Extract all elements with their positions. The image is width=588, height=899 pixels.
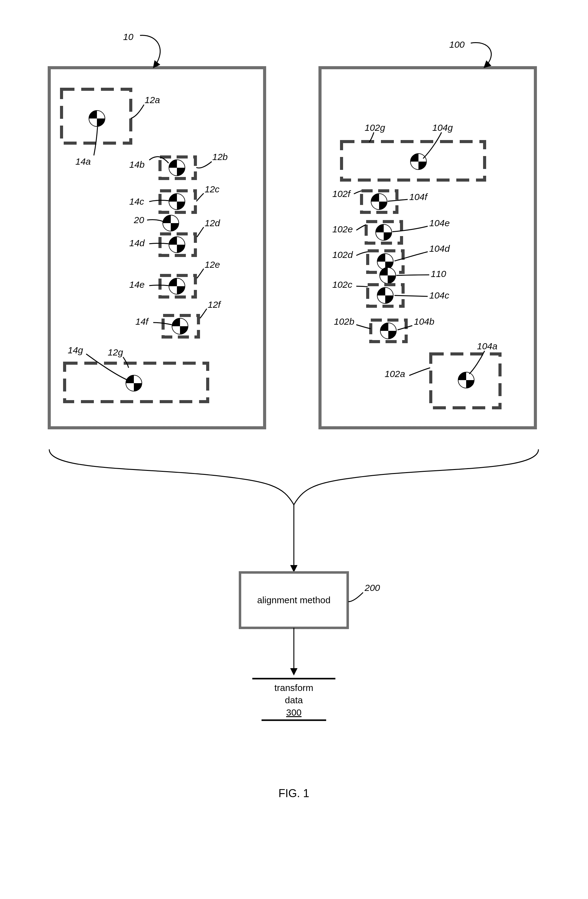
label-104b: 104b [414, 317, 434, 326]
mark-14f-icon [172, 318, 188, 334]
box-12e: 12e 14e [129, 260, 220, 297]
mark-110-icon [380, 267, 396, 283]
label-102e: 102e [332, 224, 353, 234]
label-14c: 14c [129, 196, 144, 207]
mark-104f-icon [371, 194, 387, 210]
mark-14b-icon [169, 160, 185, 176]
label-102c: 102c [332, 280, 352, 290]
mark-104e-icon [376, 224, 392, 240]
mark-104c-icon [377, 287, 393, 303]
box-12f: 12f 14f [135, 300, 221, 337]
label-12f: 12f [208, 300, 221, 310]
label-104d: 104d [429, 243, 450, 253]
label-14b: 14b [129, 159, 145, 170]
process-box-label: alignment method [257, 595, 330, 605]
box-102c: 102c 104c [332, 280, 449, 306]
mark-104b-icon [380, 323, 396, 339]
mark-14e-icon [169, 278, 185, 294]
box-12c: 12c 14c [129, 184, 219, 212]
box-12g: 12g 14g [65, 345, 208, 402]
figure-1: 10 12a 14a 12b 14b 12c [0, 0, 588, 899]
box-102e: 102e 104e [332, 218, 450, 243]
mark-110: 110 [380, 267, 446, 283]
mark-14g-icon [126, 375, 142, 391]
box-12b: 12b 14b [129, 152, 228, 179]
label-14f: 14f [135, 317, 149, 326]
label-14a: 14a [76, 156, 91, 167]
box-102a: 102a 104a [384, 341, 500, 408]
label-102g: 102g [364, 122, 385, 133]
label-12e: 12e [205, 260, 220, 270]
label-104g: 104g [432, 122, 453, 133]
ref-10: 10 [123, 32, 134, 42]
output-ref: 300 [286, 707, 301, 717]
figure-label: FIG. 1 [278, 787, 309, 800]
ref-100: 100 [449, 39, 465, 49]
label-102a: 102a [384, 369, 405, 379]
label-104f: 104f [409, 192, 428, 202]
label-110: 110 [431, 269, 446, 279]
label-14g: 14g [68, 345, 83, 355]
mark-20-icon [163, 215, 179, 231]
label-12d: 12d [205, 218, 220, 228]
svg-rect-12 [320, 68, 536, 428]
label-12b: 12b [212, 152, 228, 162]
label-14d: 14d [129, 238, 145, 248]
label-104a: 104a [477, 341, 497, 351]
label-102f: 102f [332, 188, 351, 199]
label-14e: 14e [129, 280, 145, 290]
label-102d: 102d [332, 250, 353, 260]
output-label-1: transform [275, 683, 313, 693]
mark-14d-icon [169, 237, 185, 253]
mark-20: 20 [134, 215, 179, 231]
label-104c: 104c [429, 290, 449, 300]
box-12a: 12a 14a [62, 89, 160, 167]
flow: alignment method 200 transform data 300 [49, 450, 539, 720]
mark-14c-icon [169, 194, 185, 210]
label-104e: 104e [429, 218, 450, 228]
label-12g: 12g [108, 347, 123, 357]
mark-104d-icon [377, 253, 393, 270]
output-label-2: data [285, 695, 303, 705]
mark-104a-icon [458, 372, 474, 388]
box-102f: 102f 104f [332, 188, 428, 212]
right-panel: 100 102g 104g 102f 104f 102e 104e [320, 39, 536, 428]
label-200: 200 [364, 582, 380, 593]
left-panel: 10 12a 14a 12b 14b 12c [49, 32, 265, 428]
label-102b: 102b [334, 317, 355, 326]
label-20: 20 [134, 215, 144, 225]
label-12c: 12c [205, 184, 219, 194]
box-102g: 102g 104g [341, 122, 485, 180]
svg-rect-4 [49, 68, 265, 428]
label-12a: 12a [145, 95, 160, 105]
mark-14a-icon [89, 111, 105, 127]
box-102b: 102b 104b [334, 317, 434, 341]
mark-104g-icon [411, 154, 426, 170]
